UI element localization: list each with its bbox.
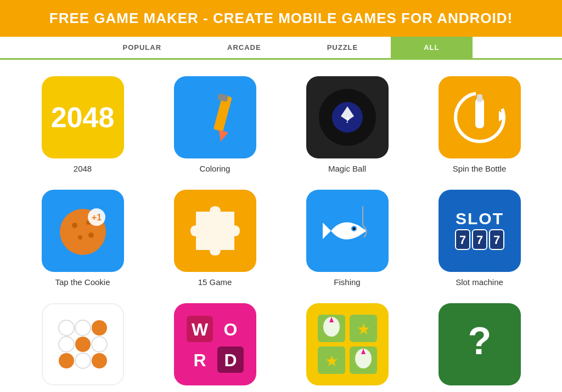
svg-text:7: 7 — [493, 233, 499, 247]
tab-puzzle[interactable]: PUZZLE — [294, 37, 391, 58]
game-item-matching-puzzle[interactable]: Matching Puzzle — [22, 303, 143, 392]
svg-text:W: W — [191, 320, 208, 339]
svg-point-14 — [78, 235, 82, 240]
svg-text:R: R — [193, 350, 206, 370]
slot-svg: SLOT 7 7 7 — [447, 198, 513, 264]
game-item-fishing[interactable]: Fishing — [286, 190, 408, 287]
game-item-slot-machine[interactable]: SLOT 7 7 7 Slot machine — [419, 190, 540, 287]
tab-all[interactable]: ALL — [391, 37, 472, 58]
game-item-word-search[interactable]: W O R D Word Search — [154, 303, 276, 392]
banner-title: FREE GAME MAKER - CREATE MOBILE GAMES FO… — [0, 10, 562, 27]
svg-rect-9 — [477, 94, 482, 102]
svg-point-29 — [59, 320, 74, 336]
svg-text:SLOT: SLOT — [456, 209, 504, 228]
game-icon-15-game — [174, 190, 256, 272]
fishing-svg — [314, 198, 380, 264]
game-icon-word-search: W O R D — [174, 303, 256, 385]
game-icon-magic-ball: ? — [306, 76, 389, 158]
svg-point-36 — [75, 353, 91, 368]
game-label-2048: 2048 — [74, 164, 92, 173]
game-icon-coloring — [174, 76, 256, 158]
word-search-svg: W O R D — [182, 311, 248, 377]
game-item-2048[interactable]: 2048 2048 — [22, 76, 143, 173]
svg-rect-2 — [217, 93, 228, 102]
game-icon-2048: 2048 — [42, 76, 124, 158]
svg-point-33 — [75, 337, 91, 352]
svg-point-34 — [92, 337, 107, 352]
game-icon-slot: SLOT 7 7 7 — [439, 190, 521, 272]
games-grid: 2048 2048 Coloring ? Magic Ball — [0, 60, 562, 392]
nav-tabs: POPULAR ARCADE PUZZLE ALL — [0, 37, 562, 60]
game-item-quiz[interactable]: ? Quiz — [419, 303, 540, 392]
game-label-slot-machine: Slot machine — [456, 277, 503, 287]
find-pair-svg: ★ ★ — [314, 311, 380, 377]
game-label-15-game: 15 Game — [198, 277, 232, 287]
game-item-find-pair[interactable]: ★ ★ Find The Pair — [286, 303, 408, 392]
svg-text:D: D — [224, 350, 237, 370]
game-label-magic-ball: Magic Ball — [328, 164, 366, 173]
svg-text:?: ? — [345, 116, 350, 124]
svg-text:7: 7 — [459, 233, 465, 247]
banner: FREE GAME MAKER - CREATE MOBILE GAMES FO… — [0, 0, 562, 37]
svg-point-37 — [92, 353, 107, 368]
svg-point-32 — [59, 337, 74, 352]
game-label-tap-cookie: Tap the Cookie — [55, 277, 110, 287]
game-label-spin-bottle: Spin the Bottle — [453, 164, 507, 173]
game-item-15-game[interactable]: 15 Game — [154, 190, 276, 287]
game-item-tap-cookie[interactable]: +1 Tap the Cookie — [22, 190, 143, 287]
matching-svg — [50, 311, 116, 377]
svg-point-12 — [72, 223, 77, 228]
game-label-coloring: Coloring — [200, 164, 231, 173]
magic-ball-svg: ? — [314, 84, 380, 150]
svg-text:★: ★ — [324, 353, 338, 370]
svg-text:+1: +1 — [91, 213, 101, 222]
svg-point-31 — [92, 320, 107, 336]
tab-popular[interactable]: POPULAR — [89, 37, 194, 58]
game-icon-fishing — [306, 190, 389, 272]
icon-2048-text: 2048 — [51, 101, 115, 134]
svg-text:★: ★ — [356, 321, 370, 338]
game-label-fishing: Fishing — [334, 277, 360, 287]
svg-rect-8 — [475, 98, 484, 128]
svg-point-35 — [59, 353, 74, 368]
quiz-svg: ? — [447, 311, 513, 377]
15-game-svg — [182, 198, 248, 264]
game-icon-spin-bottle — [439, 76, 521, 158]
svg-marker-1 — [216, 130, 228, 143]
spin-bottle-svg — [447, 84, 513, 150]
game-item-spin-bottle[interactable]: Spin the Bottle — [419, 76, 540, 173]
svg-marker-18 — [323, 223, 331, 239]
game-item-magic-ball[interactable]: ? Magic Ball — [286, 76, 408, 173]
svg-text:7: 7 — [476, 233, 482, 247]
game-item-coloring[interactable]: Coloring — [154, 76, 276, 173]
svg-point-30 — [75, 320, 91, 336]
svg-point-15 — [88, 232, 94, 238]
svg-text:O: O — [223, 320, 237, 339]
svg-point-20 — [352, 228, 355, 230]
svg-text:?: ? — [468, 320, 491, 362]
tap-cookie-svg: +1 — [50, 198, 116, 264]
coloring-svg — [188, 90, 243, 145]
game-icon-quiz: ? — [439, 303, 521, 385]
game-icon-find-pair: ★ ★ — [306, 303, 389, 385]
game-icon-tap-cookie: +1 — [42, 190, 124, 272]
game-icon-matching — [42, 303, 124, 385]
tab-arcade[interactable]: ARCADE — [194, 37, 294, 58]
